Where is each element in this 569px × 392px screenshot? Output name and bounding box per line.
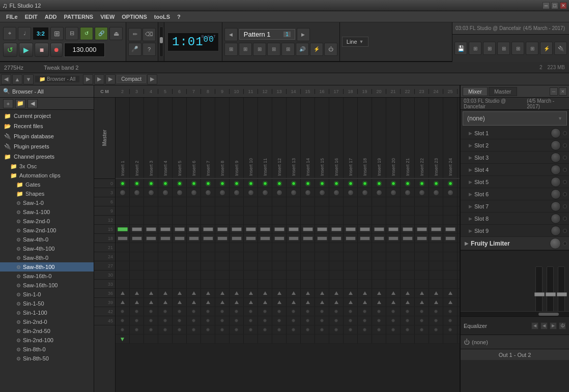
knob-24[interactable] xyxy=(447,190,453,196)
insert-col-10[interactable]: Insert 10 xyxy=(244,98,258,178)
knob-14[interactable] xyxy=(305,190,311,196)
fader-22[interactable] xyxy=(417,227,427,231)
scroll-thumb[interactable] xyxy=(160,37,163,43)
fader-16[interactable] xyxy=(331,227,342,231)
knob-9[interactable] xyxy=(234,190,240,196)
fader2-1[interactable] xyxy=(118,236,128,240)
menu-options[interactable]: OPTIONS xyxy=(119,13,150,21)
tb2-compact-arrow[interactable]: ▶ xyxy=(147,74,157,84)
insert-col-6[interactable]: Insert 6 xyxy=(187,98,201,178)
sidebar-item-channel-presets[interactable]: 📁 Channel presets xyxy=(0,152,94,162)
loop-btn[interactable]: ↺ xyxy=(3,43,17,57)
insert-col-21[interactable]: Insert 21 xyxy=(401,98,415,178)
fader-14[interactable] xyxy=(303,227,313,231)
mixer-slot-4[interactable]: ▶ Slot 4 xyxy=(461,164,569,176)
link-btn[interactable]: ↺ xyxy=(80,27,93,40)
fader-2-thumb[interactable] xyxy=(546,292,556,296)
fader-10[interactable] xyxy=(246,227,256,231)
maximize-button[interactable]: □ xyxy=(551,2,558,9)
sidebar-item-saw-2nd-100[interactable]: ⚙ Saw-2nd-100 xyxy=(0,226,94,235)
mixer-icon-1[interactable]: ⊞ xyxy=(469,42,481,55)
fader-18[interactable] xyxy=(360,227,370,231)
fader-1[interactable] xyxy=(535,266,543,312)
insert-col-18[interactable]: Insert 18 xyxy=(358,98,372,178)
mixer-none-dropdown[interactable]: (none) ▼ xyxy=(463,111,567,126)
browser-label[interactable]: 📁 Browser - All xyxy=(35,75,80,83)
fader2-22[interactable] xyxy=(417,236,427,240)
menu-help[interactable]: ? xyxy=(174,13,184,21)
master-tab[interactable]: Master xyxy=(489,87,517,96)
channel-btn-8[interactable]: ⏻ xyxy=(324,43,337,56)
channel-btn-7[interactable]: ⚡ xyxy=(310,43,323,56)
knob-22[interactable] xyxy=(419,190,425,196)
fader2-12[interactable] xyxy=(274,236,284,240)
slot-5-knob[interactable] xyxy=(551,177,561,187)
knob-19[interactable] xyxy=(376,190,382,196)
insert-col-13[interactable]: Insert 13 xyxy=(287,98,301,178)
pattern-selector[interactable]: Pattern 1 1 xyxy=(239,29,295,40)
sidebar-item-gates[interactable]: 📁 Gates xyxy=(0,180,94,189)
sidebar-item-saw-1-100[interactable]: ⚙ Saw-1-100 xyxy=(0,207,94,217)
knob-21[interactable] xyxy=(405,190,411,196)
inc-btn[interactable]: ⊞ xyxy=(50,27,64,40)
insert-col-23[interactable]: Insert 23 xyxy=(429,98,443,178)
sidebar-item-sin-2nd-0[interactable]: ⚙ Sin-2nd-0 xyxy=(0,317,94,326)
fader2-17[interactable] xyxy=(346,236,356,240)
sidebar-item-plugin-presets[interactable]: 🔌 Plugin presets xyxy=(0,141,94,152)
tb2-view-btn[interactable]: ▶ xyxy=(94,74,104,84)
fader2-3[interactable] xyxy=(146,236,156,240)
eq-btn-3[interactable]: ▶ xyxy=(550,322,557,329)
insert-col-7[interactable]: Insert 7 xyxy=(201,98,215,178)
insert-col-24[interactable]: Insert 24 xyxy=(443,98,458,178)
knob-2[interactable] xyxy=(134,190,140,196)
fader2-10[interactable] xyxy=(246,236,256,240)
fader-9[interactable] xyxy=(232,227,242,231)
mixer-slot-5[interactable]: ▶ Slot 5 xyxy=(461,176,569,188)
sidebar-item-saw-8th-100[interactable]: ⚙ Saw-8th-100 xyxy=(0,262,94,272)
slot-9-knob[interactable] xyxy=(551,226,561,236)
fader2-16[interactable] xyxy=(331,236,342,240)
eraser-btn[interactable]: ⌫ xyxy=(143,28,156,41)
eq-btn-1[interactable]: ◀ xyxy=(531,322,538,329)
mixer-slot-9[interactable]: ▶ Slot 9 xyxy=(461,225,569,237)
snap-btn[interactable]: ⌖ xyxy=(3,27,16,40)
fader-19[interactable] xyxy=(374,227,384,231)
minimize-button[interactable]: ─ xyxy=(543,2,550,9)
channel-btn-5[interactable]: ⊞ xyxy=(281,43,295,56)
mixer-slot-3[interactable]: ▶ Slot 3 xyxy=(461,152,569,164)
fader-3-thumb[interactable] xyxy=(557,292,567,296)
tb2-down-btn[interactable]: ▼ xyxy=(23,74,34,84)
fader-2[interactable] xyxy=(132,227,142,231)
sidebar-item-sin-2nd-100[interactable]: ⚙ Sin-2nd-100 xyxy=(0,336,94,345)
fader-12[interactable] xyxy=(274,227,284,231)
fader-8[interactable] xyxy=(217,227,227,231)
fader-scroll-thumb[interactable] xyxy=(538,313,559,316)
channel-btn-6[interactable]: 🔊 xyxy=(296,43,309,56)
slot-8-knob[interactable] xyxy=(551,214,561,224)
record-btn[interactable]: ⏺ xyxy=(50,43,63,57)
sidebar-item-current-project[interactable]: 📁 Current project xyxy=(0,111,94,121)
slot-7-knob[interactable] xyxy=(551,201,561,212)
fader-21[interactable] xyxy=(403,227,413,231)
sidebar-item-saw-1-0[interactable]: ⚙ Saw-1-0 xyxy=(0,198,94,207)
sidebar-item-plugin-database[interactable]: 🔌 Plugin database xyxy=(0,131,94,141)
plugin-btn[interactable]: ⏏ xyxy=(109,27,123,40)
insert-col-5[interactable]: Insert 5 xyxy=(173,98,187,178)
sidebar-nav-btn[interactable]: ◀ xyxy=(27,99,38,108)
sidebar-item-recent-files[interactable]: 📂 Recent files xyxy=(0,121,94,131)
fader-6[interactable] xyxy=(189,227,199,231)
fader-24[interactable] xyxy=(445,227,456,231)
knob-13[interactable] xyxy=(291,190,297,196)
fader2-21[interactable] xyxy=(403,236,413,240)
fader2-18[interactable] xyxy=(360,236,370,240)
fader2-14[interactable] xyxy=(303,236,313,240)
knob-15[interactable] xyxy=(319,190,325,196)
slot-2-knob[interactable] xyxy=(551,140,561,150)
save-btn[interactable]: 💾 xyxy=(454,42,467,55)
fader2-11[interactable] xyxy=(260,236,270,240)
mixer-icon-6[interactable]: ⚡ xyxy=(540,42,553,55)
fader2-4[interactable] xyxy=(160,236,170,240)
dec-btn[interactable]: ⊟ xyxy=(65,27,78,40)
next-pattern-btn[interactable]: ▶ xyxy=(297,28,310,41)
eq-btn-2[interactable]: ◀ xyxy=(540,322,548,329)
